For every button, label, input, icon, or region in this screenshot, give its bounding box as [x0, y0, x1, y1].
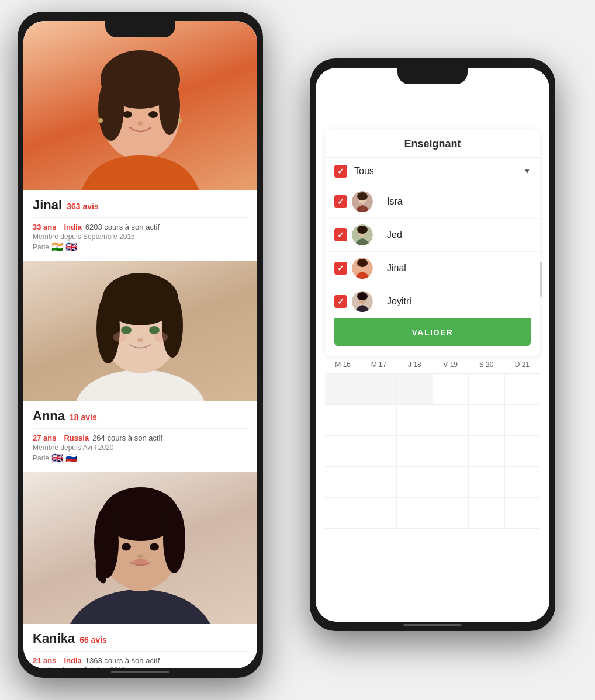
svg-point-15	[162, 293, 183, 358]
cal-day-j18: J 18	[397, 356, 433, 373]
cal-cell-4-6[interactable]	[505, 467, 541, 497]
cal-cell-1-4[interactable]	[433, 374, 469, 404]
cal-cell-2-2[interactable]	[361, 405, 397, 435]
cal-cell-2-6[interactable]	[505, 405, 541, 435]
cal-cell-5-2[interactable]	[361, 498, 397, 528]
dropdown-item-jed[interactable]: Jed	[325, 219, 540, 252]
svg-point-7	[148, 111, 158, 118]
tous-checkbox[interactable]	[334, 165, 347, 178]
cal-cell-4-1[interactable]	[325, 467, 361, 497]
phone-left-notch	[105, 21, 175, 37]
cal-cell-2-3[interactable]	[397, 405, 433, 435]
anna-portrait-svg	[58, 261, 222, 401]
teacher-list: Jinal 363 avis 33 ans India 6203 cours à…	[23, 21, 257, 668]
cal-cell-5-5[interactable]	[469, 498, 505, 528]
kanika-reviews: 66 avis	[79, 635, 107, 644]
cal-cell-1-1[interactable]	[325, 374, 361, 404]
cal-cell-4-2[interactable]	[361, 467, 397, 497]
jinal-avatar-svg	[352, 258, 373, 279]
jinal-avatar	[352, 258, 373, 279]
kanika-country: India	[60, 656, 81, 665]
cal-cell-2-1[interactable]	[325, 405, 361, 435]
svg-point-28	[133, 559, 147, 564]
cal-cell-1-3[interactable]	[397, 374, 433, 404]
dropdown-arrow-icon[interactable]: ▼	[524, 167, 531, 175]
cal-cell-1-5[interactable]	[469, 374, 505, 404]
dropdown-item-isra[interactable]: Isra	[325, 185, 540, 219]
cal-cell-3-3[interactable]	[397, 436, 433, 466]
teacher-photo-kanika	[23, 472, 257, 624]
phone-right: Enseignant Tous ▼	[310, 58, 555, 631]
svg-point-19	[113, 332, 127, 342]
jed-avatar-svg	[352, 224, 373, 245]
dropdown-item-jinal[interactable]: Jinal	[325, 252, 540, 285]
svg-point-27	[150, 543, 159, 551]
joyitri-label: Joyitri	[387, 296, 531, 307]
jinal-dropdown-checkbox[interactable]	[334, 262, 347, 275]
cal-cell-3-5[interactable]	[469, 436, 505, 466]
dropdown-panel[interactable]: Enseignant Tous ▼	[325, 129, 540, 356]
scene: Jinal 363 avis 33 ans India 6203 cours à…	[0, 0, 595, 700]
teacher-card-kanika[interactable]: Kanika 66 avis 21 ans India 1363 cours à…	[23, 472, 257, 668]
valider-button[interactable]: VALIDER	[334, 318, 531, 346]
joyitri-avatar-svg	[352, 291, 373, 312]
cal-cell-4-4[interactable]	[433, 467, 469, 497]
tous-label: Tous	[354, 166, 524, 176]
cal-cell-3-2[interactable]	[361, 436, 397, 466]
cal-cell-5-4[interactable]	[433, 498, 469, 528]
cal-row-4	[325, 467, 540, 498]
calendar-section: M 16 M 17 J 18 V 19 S 20 D 21	[325, 356, 540, 622]
dropdown-item-joyitri[interactable]: Joyitri	[325, 285, 540, 318]
cal-cell-4-3[interactable]	[397, 467, 433, 497]
anna-flag-2: 🇷🇺	[65, 454, 77, 462]
kanika-age: 21 ans	[33, 656, 56, 665]
cal-day-s20: S 20	[468, 356, 504, 373]
teacher-card-jinal[interactable]: Jinal 363 avis 33 ans India 6203 cours à…	[23, 21, 257, 261]
phone-right-home-indicator	[403, 624, 462, 626]
jed-avatar	[352, 224, 373, 245]
jinal-flag-1: 🇮🇳	[51, 243, 63, 251]
anna-name: Anna	[33, 408, 65, 424]
cal-cell-5-1[interactable]	[325, 498, 361, 528]
teacher-info-kanika: Kanika 66 avis 21 ans India 1363 cours à…	[23, 624, 257, 668]
svg-point-4	[98, 77, 124, 141]
anna-reviews: 18 avis	[70, 413, 97, 422]
dropdown-item-tous[interactable]: Tous ▼	[325, 158, 540, 185]
isra-checkbox[interactable]	[334, 195, 347, 208]
jinal-courses: 6203 cours à son actif	[85, 223, 160, 231]
cal-cell-1-2[interactable]	[361, 374, 397, 404]
teacher-card-anna[interactable]: Anna 18 avis 27 ans Russia 264 cours à s…	[23, 261, 257, 472]
cal-cell-3-6[interactable]	[505, 436, 541, 466]
kanika-meta-badges: 21 ans India 1363 cours à son actif	[33, 656, 248, 665]
cal-cell-3-4[interactable]	[433, 436, 469, 466]
dropdown-title: Enseignant	[325, 129, 540, 158]
right-screen-content: Enseignant Tous ▼	[316, 68, 549, 622]
jinal-parle: Parle 🇮🇳 🇬🇧	[33, 243, 248, 251]
cal-cell-4-5[interactable]	[469, 467, 505, 497]
cal-row-2	[325, 405, 540, 436]
svg-point-38	[357, 259, 368, 267]
anna-name-row: Anna 18 avis	[33, 408, 248, 429]
cal-cell-5-3[interactable]	[397, 498, 433, 528]
phone-right-notch	[397, 68, 468, 84]
jinal-country: India	[60, 223, 81, 231]
joyitri-checkbox[interactable]	[334, 295, 347, 308]
cal-cell-2-4[interactable]	[433, 405, 469, 435]
cal-cell-3-1[interactable]	[325, 436, 361, 466]
anna-age: 27 ans	[33, 434, 56, 442]
cal-cell-2-5[interactable]	[469, 405, 505, 435]
svg-point-6	[123, 111, 132, 118]
jinal-name: Jinal	[33, 197, 62, 213]
svg-point-8	[137, 121, 143, 126]
teacher-info-anna: Anna 18 avis 27 ans Russia 264 cours à s…	[23, 401, 257, 472]
jinal-name-row: Jinal 363 avis	[33, 197, 248, 218]
anna-member: Membre depuis Avril 2020	[33, 443, 248, 452]
cal-cell-1-6[interactable]	[505, 374, 541, 404]
kanika-portrait-svg	[58, 472, 222, 624]
cal-cell-5-6[interactable]	[505, 498, 541, 528]
jinal-portrait-svg	[58, 21, 222, 190]
jed-checkbox[interactable]	[334, 228, 347, 241]
jinal-flag-2: 🇬🇧	[65, 243, 77, 251]
jed-label: Jed	[387, 230, 531, 240]
phone-left-screen: Jinal 363 avis 33 ans India 6203 cours à…	[23, 21, 257, 668]
